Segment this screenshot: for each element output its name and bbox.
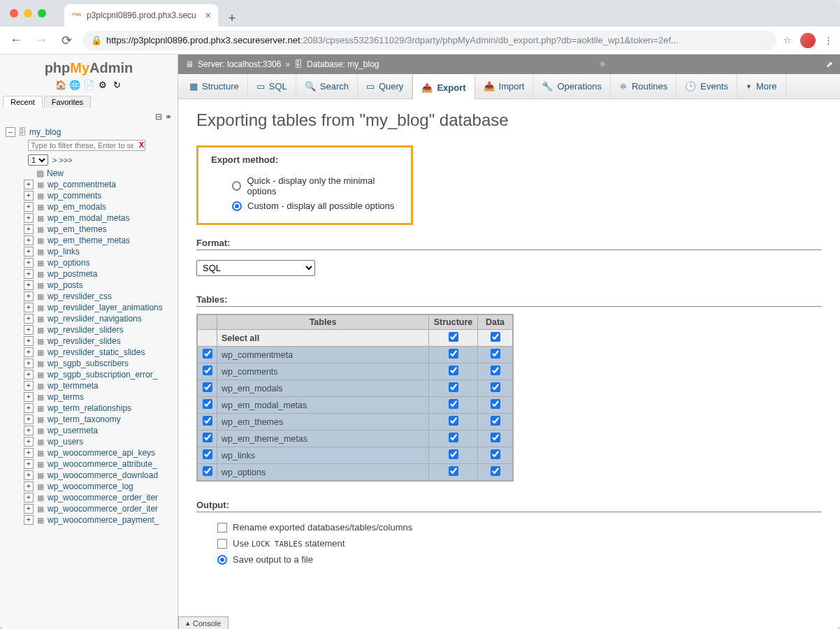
clear-filter-icon[interactable]: X <box>139 140 144 149</box>
table-link[interactable]: wp_woocommerce_api_keys <box>48 448 155 458</box>
radio-custom[interactable] <box>232 201 242 211</box>
expand-icon[interactable]: + <box>24 359 34 368</box>
table-link[interactable]: wp_em_theme_metas <box>48 236 130 245</box>
tab-events[interactable]: 🕒Events <box>676 74 737 99</box>
next-page-button[interactable]: > >>> <box>52 156 73 164</box>
tree-table-node[interactable]: +▦wp_termmeta <box>3 380 178 391</box>
forward-button[interactable]: → <box>32 31 50 50</box>
expand-icon[interactable]: + <box>24 180 34 189</box>
tree-table-node[interactable]: +▦wp_posts <box>3 280 178 291</box>
row-checkbox[interactable] <box>203 433 212 442</box>
close-window-icon[interactable] <box>10 9 18 17</box>
expand-icon[interactable]: + <box>24 202 34 212</box>
recent-tab[interactable]: Recent <box>3 96 43 108</box>
db-breadcrumb[interactable]: Database: my_blog <box>307 59 379 69</box>
maximize-window-icon[interactable] <box>38 9 46 17</box>
expand-icon[interactable]: + <box>24 470 34 480</box>
table-link[interactable]: wp_postmeta <box>48 269 97 279</box>
server-breadcrumb[interactable]: Server: localhost:3306 <box>198 59 281 69</box>
structure-checkbox[interactable] <box>449 416 458 426</box>
structure-checkbox[interactable] <box>449 349 458 359</box>
expand-icon[interactable]: + <box>24 347 34 357</box>
table-link[interactable]: wp_sgpb_subscription_error_ <box>48 370 157 379</box>
expand-icon[interactable]: + <box>24 325 34 335</box>
table-link[interactable]: wp_usermeta <box>48 426 98 435</box>
tab-more[interactable]: ▼More <box>737 74 786 99</box>
table-name-cell[interactable]: wp_em_theme_metas <box>217 431 429 447</box>
structure-checkbox[interactable] <box>449 399 458 409</box>
new-table-link[interactable]: New <box>47 168 64 178</box>
tree-table-node[interactable]: +▦wp_sgpb_subscription_error_ <box>3 369 178 380</box>
tab-search[interactable]: 🔍Search <box>296 74 358 99</box>
profile-avatar[interactable] <box>800 33 816 48</box>
select-all-data-checkbox[interactable] <box>491 332 500 342</box>
row-checkbox[interactable] <box>203 382 212 392</box>
tree-table-node[interactable]: +▦wp_woocommerce_attribute_ <box>3 458 178 470</box>
tab-query[interactable]: ▭Query <box>358 74 412 99</box>
data-checkbox[interactable] <box>491 416 500 426</box>
collapse-bar-icon[interactable]: ⬈ <box>826 59 833 69</box>
table-link[interactable]: wp_revslider_static_slides <box>48 347 145 357</box>
tree-table-node[interactable]: +▦wp_links <box>3 246 178 257</box>
tab-operations[interactable]: 🔧Operations <box>533 74 611 99</box>
structure-checkbox[interactable] <box>449 366 458 375</box>
collapse-db-icon[interactable]: − <box>6 127 15 137</box>
table-link[interactable]: wp_revslider_sliders <box>48 325 124 335</box>
table-link[interactable]: wp_woocommerce_order_iter <box>48 504 158 514</box>
row-checkbox[interactable] <box>203 366 212 375</box>
phpmyadmin-logo[interactable]: phpMyAdmin <box>0 55 178 78</box>
row-checkbox[interactable] <box>203 449 212 459</box>
table-link[interactable]: wp_em_themes <box>48 224 107 234</box>
table-link[interactable]: wp_em_modals <box>48 202 106 212</box>
tree-table-node[interactable]: +▦wp_woocommerce_log <box>3 481 178 492</box>
tree-table-node[interactable]: +▦wp_woocommerce_download <box>3 470 178 481</box>
table-link[interactable]: wp_em_modal_metas <box>48 213 129 223</box>
expand-icon[interactable]: + <box>24 280 34 290</box>
tab-sql[interactable]: ▭SQL <box>248 74 296 99</box>
bookmark-icon[interactable]: ☆ <box>783 35 792 45</box>
output-rename-row[interactable]: Rename exported databases/tables/columns <box>196 519 822 535</box>
table-link[interactable]: wp_revslider_layer_animations <box>48 303 163 312</box>
expand-icon[interactable]: + <box>24 426 34 435</box>
table-link[interactable]: wp_term_taxonomy <box>48 414 121 424</box>
expand-icon[interactable]: + <box>24 482 34 491</box>
structure-checkbox[interactable] <box>449 382 458 392</box>
row-checkbox[interactable] <box>203 399 212 409</box>
link-icon[interactable]: ⚭ <box>165 112 172 122</box>
minimize-window-icon[interactable] <box>24 9 32 17</box>
export-quick-option[interactable]: Quick - display only the minimal options <box>211 173 398 198</box>
table-link[interactable]: wp_options <box>48 258 90 268</box>
select-all-label[interactable]: Select all <box>222 333 259 343</box>
expand-icon[interactable]: + <box>24 403 34 413</box>
tree-table-node[interactable]: +▦wp_revslider_static_slides <box>3 347 178 358</box>
reload-button[interactable]: ⟳ <box>57 31 75 50</box>
tree-table-node[interactable]: +▦wp_term_relationships <box>3 403 178 414</box>
data-checkbox[interactable] <box>491 366 500 375</box>
tree-table-node[interactable]: +▦wp_revslider_layer_animations <box>3 302 178 313</box>
rename-checkbox[interactable] <box>217 523 227 533</box>
tree-table-node[interactable]: +▦wp_usermeta <box>3 425 178 436</box>
data-checkbox[interactable] <box>491 399 500 409</box>
browser-menu-icon[interactable]: ⋮ <box>824 35 833 45</box>
tree-table-node[interactable]: +▦wp_commentmeta <box>3 179 178 190</box>
table-name-cell[interactable]: wp_em_themes <box>217 414 429 431</box>
expand-icon[interactable]: + <box>24 504 34 514</box>
table-name-cell[interactable]: wp_em_modal_metas <box>217 397 429 414</box>
expand-icon[interactable]: + <box>24 191 34 201</box>
format-select[interactable]: SQL <box>196 260 315 276</box>
expand-icon[interactable]: + <box>24 224 34 234</box>
row-checkbox[interactable] <box>203 349 212 359</box>
tab-export[interactable]: 📤Export <box>412 74 475 99</box>
home-icon[interactable]: 🏠 <box>55 79 66 90</box>
tree-table-node[interactable]: +▦wp_sgpb_subscribers <box>3 358 178 369</box>
row-checkbox[interactable] <box>203 466 212 476</box>
data-checkbox[interactable] <box>491 466 500 476</box>
table-link[interactable]: wp_links <box>48 247 80 256</box>
tree-table-node[interactable]: +▦wp_term_taxonomy <box>3 414 178 425</box>
export-custom-option[interactable]: Custom - display all possible options <box>211 198 398 213</box>
expand-icon[interactable]: + <box>24 247 34 256</box>
table-link[interactable]: wp_comments <box>48 191 101 201</box>
favorites-tab[interactable]: Favorites <box>44 96 91 108</box>
tree-table-node[interactable]: +▦wp_em_theme_metas <box>3 235 178 246</box>
expand-icon[interactable]: + <box>24 493 34 503</box>
